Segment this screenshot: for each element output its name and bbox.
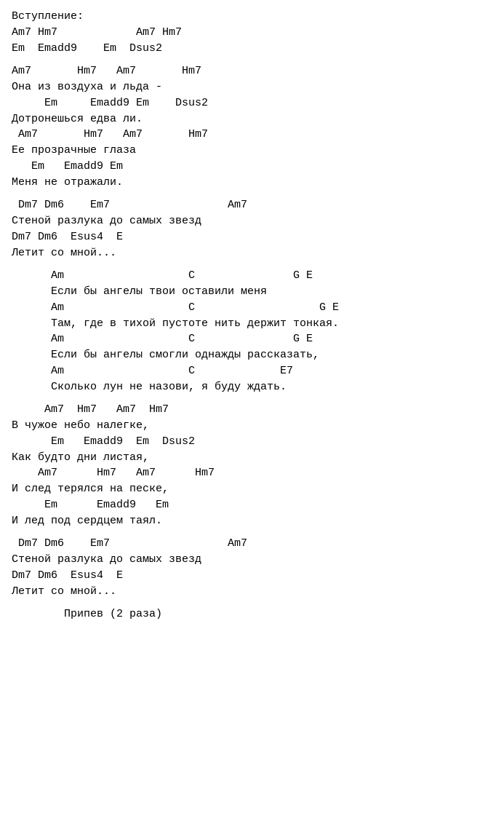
song-line-1: Am7 Hm7 Am7 Hm7	[12, 25, 492, 41]
song-line-0: Вступление:	[12, 9, 492, 25]
song-line-23: Если бы ангелы смогли однажды рассказать…	[12, 347, 492, 363]
song-line-14: Стеной разлука до самых звезд	[12, 213, 492, 229]
spacer-17	[12, 261, 492, 268]
song-line-29: Em Emadd9 Em Dsus2	[12, 434, 492, 450]
song-line-27: Am7 Hm7 Am7 Hm7	[12, 402, 492, 418]
song-line-10: Em Emadd9 Em	[12, 159, 492, 175]
song-line-38: Dm7 Dm6 Esus4 E	[12, 568, 492, 584]
song-line-39: Летит со мной...	[12, 584, 492, 600]
song-line-6: Em Emadd9 Em Dsus2	[12, 95, 492, 111]
song-line-25: Сколько лун не назови, я буду ждать.	[12, 379, 492, 395]
spacer-26	[12, 395, 492, 402]
song-line-5: Она из воздуха и льда -	[12, 79, 492, 95]
song-line-8: Am7 Hm7 Am7 Hm7	[12, 127, 492, 143]
song-content: Вступление:Am7 Hm7 Am7 Hm7Em Emadd9 Em D…	[12, 9, 492, 622]
song-line-28: В чужое небо налегке,	[12, 418, 492, 434]
song-line-24: Am C E7	[12, 363, 492, 379]
song-line-15: Dm7 Dm6 Esus4 E	[12, 229, 492, 245]
song-line-22: Am C G E	[12, 331, 492, 347]
song-line-11: Меня не отражали.	[12, 175, 492, 191]
spacer-40	[12, 599, 492, 606]
song-line-31: Am7 Hm7 Am7 Hm7	[12, 465, 492, 481]
song-line-9: Ее прозрачные глаза	[12, 143, 492, 159]
song-line-32: И след терялся на песке,	[12, 481, 492, 497]
song-line-4: Am7 Hm7 Am7 Hm7	[12, 63, 492, 79]
song-line-19: Если бы ангелы твои оставили меня	[12, 284, 492, 300]
spacer-35	[12, 529, 492, 536]
song-line-37: Стеной разлука до самых звезд	[12, 552, 492, 568]
song-line-7: Дотронешься едва ли.	[12, 111, 492, 127]
song-line-33: Em Emadd9 Em	[12, 497, 492, 513]
song-line-41: Припев (2 раза)	[12, 606, 492, 622]
spacer-3	[12, 56, 492, 63]
song-line-20: Am C G E	[12, 300, 492, 316]
song-line-36: Dm7 Dm6 Em7 Am7	[12, 536, 492, 552]
song-line-34: И лед под сердцем таял.	[12, 513, 492, 529]
song-line-2: Em Emadd9 Em Dsus2	[12, 41, 492, 57]
spacer-12	[12, 190, 492, 197]
song-line-21: Там, где в тихой пустоте нить держит тон…	[12, 316, 492, 332]
song-line-13: Dm7 Dm6 Em7 Am7	[12, 197, 492, 213]
song-line-16: Летит со мной...	[12, 245, 492, 261]
song-line-18: Am C G E	[12, 268, 492, 284]
song-line-30: Как будто дни листая,	[12, 450, 492, 466]
